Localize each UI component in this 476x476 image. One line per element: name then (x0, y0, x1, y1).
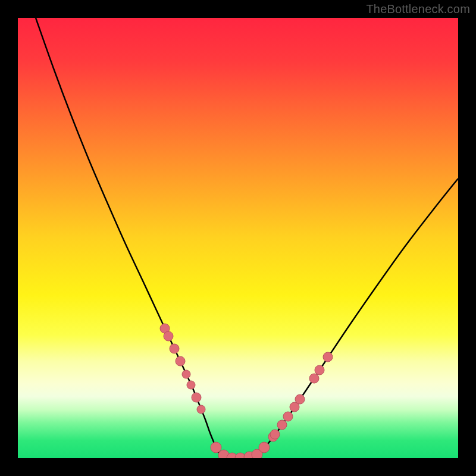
scatter-dot (176, 356, 185, 366)
scatter-dot (277, 420, 287, 430)
scatter-dot (187, 381, 195, 389)
scatter-dot (283, 412, 293, 421)
scatter-dot (295, 394, 305, 404)
scatter-dot (315, 365, 324, 375)
watermark-label: TheBottleneck.com (366, 2, 470, 16)
plot-frame (18, 18, 458, 458)
scatter-dot (164, 331, 173, 341)
plot-svg (18, 18, 458, 458)
scatter-dot (182, 370, 190, 378)
left-curve (36, 18, 222, 455)
scatter-dot (270, 430, 280, 439)
scatter-dot (323, 352, 333, 362)
scatter-dot (197, 405, 205, 414)
scatter-dot (170, 344, 179, 353)
scatter-dot (309, 374, 319, 383)
scatter-dots (160, 324, 333, 458)
scatter-dot (192, 393, 201, 402)
scatter-dot (259, 442, 270, 453)
